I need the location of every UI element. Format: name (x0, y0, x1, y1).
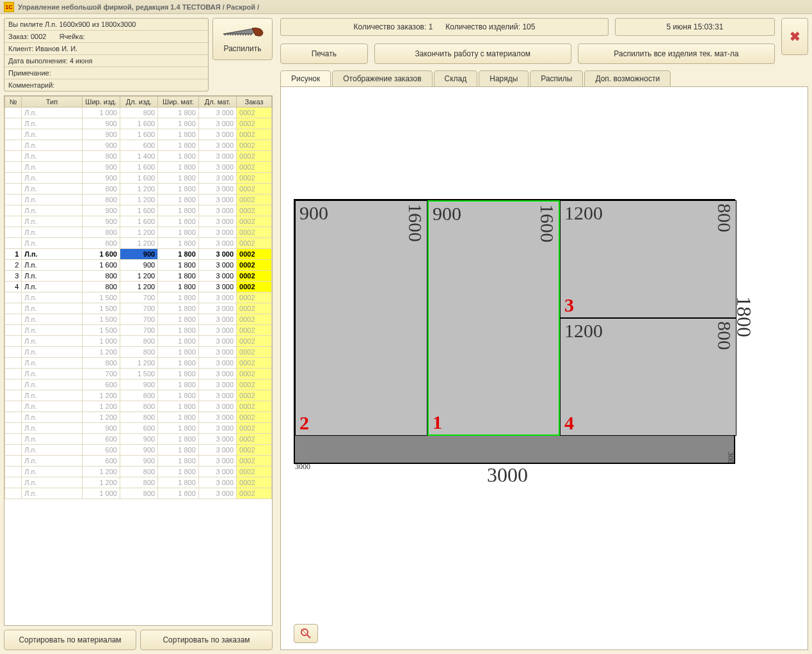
remnant-w-label: 3000 (295, 462, 310, 472)
table-row[interactable]: Л.п.1 2008001 8003 0000002 (5, 467, 272, 477)
tab-warehouse[interactable]: Склад (434, 70, 478, 86)
col-lmat[interactable]: Дл. мат. (198, 97, 236, 108)
zoom-reset-button[interactable] (294, 624, 318, 643)
table-row[interactable]: Л.п.8001 2001 8003 0000002 (5, 358, 272, 369)
table-row[interactable]: Л.п.1 5007001 8003 0000002 (5, 303, 272, 314)
table-row[interactable]: Л.п.6009001 8003 0000002 (5, 434, 272, 445)
cut-piece[interactable]: 12008004 (560, 318, 736, 436)
table-row[interactable]: Л.п.1 0008001 8003 0000002 (5, 488, 272, 499)
titlebar: 1C Управление небольшой фирмой, редакция… (0, 0, 812, 14)
table-row[interactable]: Л.п.8001 2001 8003 0000002 (5, 184, 272, 195)
info-cell: Ячейка: (59, 33, 84, 40)
table-row[interactable]: Л.п.9001 6001 8003 0000002 (5, 118, 272, 129)
status-box: Количество заказов: 1 Количество изделий… (280, 18, 609, 36)
table-row[interactable]: Л.п.1 2008001 8003 0000002 (5, 477, 272, 488)
piece-height: 800 (713, 203, 735, 232)
saw-icon (220, 25, 265, 43)
info-sawing: Вы пилите Л.п. 1600x900 из 1800x3000 (8, 20, 136, 28)
table-row[interactable]: Л.п.9001 6001 8003 0000002 (5, 205, 272, 216)
table-row[interactable]: Л.п.9006001 8003 0000002 (5, 140, 272, 151)
tab-extra[interactable]: Доп. возможности (584, 70, 671, 86)
cut-piece[interactable]: 90016001 (427, 200, 560, 436)
table-row[interactable]: Л.п.1 0008001 8003 0000002 (5, 336, 272, 347)
info-order: Заказ: 0002 (8, 33, 46, 40)
piece-height: 1600 (536, 204, 558, 243)
col-n[interactable]: № (5, 97, 22, 108)
piece-width: 900 (433, 203, 461, 225)
table-row[interactable]: Л.п.9001 6001 8003 0000002 (5, 162, 272, 173)
table-row[interactable]: Л.п.1 5007001 8003 0000002 (5, 292, 272, 303)
magnifier-icon (300, 628, 312, 639)
orders-count: Количество заказов: 1 (354, 22, 433, 31)
piece-number: 2 (299, 412, 309, 434)
tab-cuts[interactable]: Распилы (530, 70, 583, 86)
table-row[interactable]: Л.п.1 2008001 8003 0000002 (5, 412, 272, 423)
table-row[interactable]: 1Л.п.1 6009001 8003 0000002 (5, 249, 272, 260)
sort-by-orders-button[interactable]: Сортировать по заказам (140, 630, 273, 650)
table-row[interactable]: Л.п.8001 2001 8003 0000002 (5, 238, 272, 249)
print-button[interactable]: Печать (280, 44, 368, 64)
info-client: Клиент: Иванов И. И. (8, 45, 77, 52)
piece-height: 800 (713, 321, 735, 350)
piece-height: 1600 (404, 203, 426, 242)
table-row[interactable]: 4Л.п.8001 2001 8003 0000002 (5, 282, 272, 292)
sort-by-materials-button[interactable]: Сортировать по материалам (4, 630, 136, 650)
items-table[interactable]: № Тип Шир. изд. Дл. изд. Шир. мат. Дл. м… (4, 95, 273, 626)
close-button[interactable]: ✖ (781, 18, 808, 55)
close-icon: ✖ (790, 29, 800, 44)
cut-piece[interactable]: 90016002 (295, 200, 427, 436)
piece-number: 1 (433, 411, 442, 433)
info-comment: Комментарий: (8, 81, 54, 89)
table-row[interactable]: Л.п.1 5007001 8003 0000002 (5, 314, 272, 325)
table-row[interactable]: 3Л.п.8001 2001 8003 0000002 (5, 271, 272, 282)
table-row[interactable]: Л.п.9001 6001 8003 0000002 (5, 129, 272, 140)
table-row[interactable]: Л.п.8001 2001 8003 0000002 (5, 195, 272, 205)
piece-number: 4 (564, 412, 574, 434)
tab-picture[interactable]: Рисунок (280, 70, 331, 86)
tab-work-orders[interactable]: Наряды (479, 70, 529, 86)
window-title: Управление небольшой фирмой, редакция 1.… (18, 3, 259, 11)
col-wmat[interactable]: Шир. мат. (158, 97, 199, 108)
app-logo-icon: 1C (4, 2, 14, 12)
cut-piece[interactable]: 12008003 (560, 200, 736, 318)
sheet-width-label: 3000 (487, 463, 528, 487)
datetime: 5 июня 15:03:31 (667, 22, 724, 31)
table-row[interactable]: Л.п.9001 6001 8003 0000002 (5, 216, 272, 227)
col-l[interactable]: Дл. изд. (120, 97, 157, 108)
tab-orders-display[interactable]: Отображение заказов (332, 70, 432, 86)
table-row[interactable]: Л.п.1 2008001 8003 0000002 (5, 347, 272, 358)
info-panel: Вы пилите Л.п. 1600x900 из 1800x3000 Зак… (4, 18, 209, 92)
table-row[interactable]: Л.п.1 5007001 8003 0000002 (5, 325, 272, 336)
table-row[interactable]: Л.п.8001 2001 8003 0000002 (5, 227, 272, 238)
table-row[interactable]: Л.п.6009001 8003 0000002 (5, 456, 272, 467)
datetime-box: 5 июня 15:03:31 (615, 18, 775, 36)
cut-button[interactable]: Распилить (212, 18, 273, 60)
tabs: Рисунок Отображение заказов Склад Наряды… (280, 70, 808, 87)
piece-width: 1200 (564, 202, 603, 224)
cut-button-label: Распилить (224, 44, 262, 53)
table-row[interactable]: Л.п.7001 5001 8003 0000002 (5, 369, 272, 379)
table-row[interactable]: Л.п.8001 4001 8003 0000002 (5, 151, 272, 162)
col-w[interactable]: Шир. изд. (82, 97, 120, 108)
items-count: Количество изделий: 105 (445, 22, 535, 31)
table-row[interactable]: 2Л.п.1 6009001 8003 0000002 (5, 260, 272, 271)
material-sheet: 1800 3000 300 3000 900160029001600112008… (294, 199, 735, 464)
piece-width: 900 (299, 202, 328, 224)
finish-material-button[interactable]: Закончить работу с материалом (374, 44, 571, 64)
piece-width: 1200 (564, 320, 603, 342)
table-row[interactable]: Л.п.1 2008001 8003 0000002 (5, 390, 272, 401)
table-row[interactable]: Л.п.9001 6001 8003 0000002 (5, 173, 272, 184)
info-due: Дата выполнения: 4 июня (8, 57, 93, 65)
remnant-h-label: 300 (726, 452, 735, 463)
piece-number: 3 (564, 294, 574, 316)
col-type[interactable]: Тип (22, 97, 82, 108)
table-row[interactable]: Л.п.9006001 8003 0000002 (5, 423, 272, 434)
col-order[interactable]: Заказ (237, 97, 272, 108)
table-row[interactable]: Л.п.6009001 8003 0000002 (5, 445, 272, 456)
info-note: Примечание: (8, 69, 51, 77)
layout-canvas[interactable]: 1800 3000 300 3000 900160029001600112008… (280, 87, 808, 650)
cut-all-button[interactable]: Распилить все изделия тек. мат-ла (578, 44, 775, 64)
table-row[interactable]: Л.п.1 2008001 8003 0000002 (5, 401, 272, 412)
table-row[interactable]: Л.п.1 0008001 8003 0000002 (5, 108, 272, 118)
table-row[interactable]: Л.п.6009001 8003 0000002 (5, 379, 272, 390)
